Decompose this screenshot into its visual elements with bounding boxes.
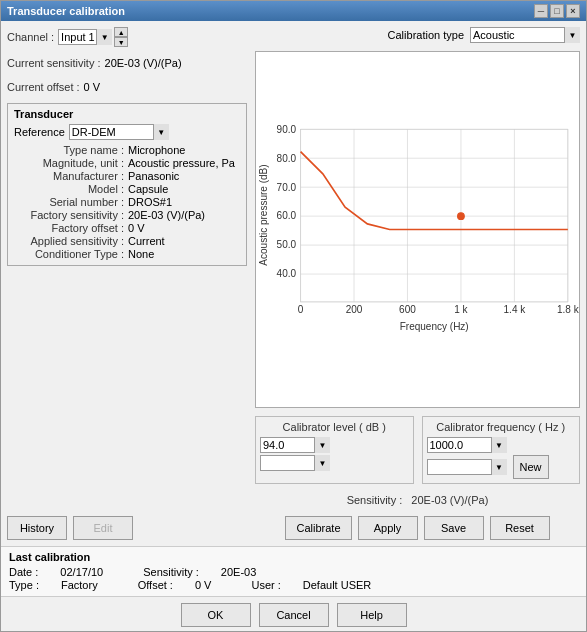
window-title: Transducer calibration <box>7 5 125 17</box>
sensitivity-display-value: 20E-03 (V)/(Pa) <box>411 494 488 506</box>
close-button[interactable]: × <box>566 4 580 18</box>
serial-label: Serial number : <box>14 196 124 208</box>
transducer-calibration-window: Transducer calibration ─ □ × Channel : I… <box>0 0 587 632</box>
svg-text:70.0: 70.0 <box>277 182 297 193</box>
factory-offset-row: Factory offset : 0 V <box>14 222 240 234</box>
type-name-label: Type name : <box>14 144 124 156</box>
current-sensitivity-label: Current sensitivity : <box>7 57 101 69</box>
svg-text:40.0: 40.0 <box>277 268 297 279</box>
history-button[interactable]: History <box>7 516 67 540</box>
last-cal-row-2: Type : Factory Offset : 0 V User : Defau… <box>9 579 578 591</box>
serial-value: DROS#1 <box>128 196 172 208</box>
last-cal-row-1: Date : 02/17/10 Sensitivity : 20E-03 <box>9 566 578 578</box>
sensitivity-display-row: Sensitivity : 20E-03 (V)/(Pa) <box>255 494 580 506</box>
calibrator-freq-select[interactable]: 1000.0 250.0 <box>427 437 507 453</box>
edit-button[interactable]: Edit <box>73 516 133 540</box>
calibrator-level-group: Calibrator level ( dB ) 94.0 114.0 ▼ <box>255 416 414 484</box>
channel-select-wrapper: Input 1 Input 2 Input 3 ▼ <box>58 29 112 45</box>
right-action-buttons: Calibrate Apply Save Reset <box>255 516 580 540</box>
last-cal-sensitivity-value: 20E-03 <box>221 566 256 578</box>
applied-sensitivity-value: Current <box>128 235 165 247</box>
maximize-button[interactable]: □ <box>550 4 564 18</box>
calibration-type-label: Calibration type <box>388 29 464 41</box>
reset-button[interactable]: Reset <box>490 516 550 540</box>
current-sensitivity-row: Current sensitivity : 20E-03 (V)/(Pa) <box>7 53 247 73</box>
type-name-row: Type name : Microphone <box>14 144 240 156</box>
type-name-value: Microphone <box>128 144 185 156</box>
channel-row: Channel : Input 1 Input 2 Input 3 ▼ ▲ ▼ <box>7 27 247 47</box>
transducer-title: Transducer <box>14 108 240 120</box>
last-cal-user-label: User : <box>251 579 280 591</box>
minimize-button[interactable]: ─ <box>534 4 548 18</box>
cancel-button[interactable]: Cancel <box>259 603 329 627</box>
last-calibration-section: Last calibration Date : 02/17/10 Sensiti… <box>1 546 586 596</box>
current-offset-label: Current offset : <box>7 81 80 93</box>
calibrator-freq-sub-select[interactable] <box>427 459 507 475</box>
factory-sensitivity-label: Factory sensitivity : <box>14 209 124 221</box>
transducer-ref-row: Reference DR-DEM ▼ <box>14 124 240 140</box>
applied-sensitivity-row: Applied sensitivity : Current <box>14 235 240 247</box>
calibration-type-row: Calibration type Acoustic Electrical ▼ <box>255 27 580 43</box>
calibrator-freq-label: Calibrator frequency ( Hz ) <box>427 421 576 433</box>
channel-select[interactable]: Input 1 Input 2 Input 3 <box>58 29 112 45</box>
calibrator-level-sub-row: ▼ <box>260 455 409 471</box>
last-cal-offset-value: 0 V <box>195 579 212 591</box>
calibrator-freq-select-wrapper: 1000.0 250.0 ▼ <box>427 437 507 453</box>
factory-offset-value: 0 V <box>128 222 145 234</box>
new-button[interactable]: New <box>513 455 549 479</box>
calibrator-level-select[interactable]: 94.0 114.0 <box>260 437 330 453</box>
calibrator-freq-sub-row: ▼ New <box>427 455 576 479</box>
apply-button[interactable]: Apply <box>358 516 418 540</box>
sensitivity-display-label: Sensitivity : <box>347 494 403 506</box>
current-offset-value: 0 V <box>84 81 101 93</box>
channel-spin-down[interactable]: ▼ <box>114 37 128 47</box>
last-calibration-title: Last calibration <box>9 551 578 563</box>
svg-text:50.0: 50.0 <box>277 239 297 250</box>
factory-offset-label: Factory offset : <box>14 222 124 234</box>
calibration-chart: 90.0 80.0 70.0 60.0 50.0 40.0 0 200 600 … <box>256 52 579 407</box>
svg-text:Frequency (Hz): Frequency (Hz) <box>400 321 469 332</box>
svg-text:80.0: 80.0 <box>277 153 297 164</box>
calibrator-level-sub-select[interactable] <box>260 455 330 471</box>
current-offset-row: Current offset : 0 V <box>7 77 247 97</box>
chart-area: 90.0 80.0 70.0 60.0 50.0 40.0 0 200 600 … <box>255 51 580 408</box>
reference-label: Reference <box>14 126 65 138</box>
svg-text:200: 200 <box>346 304 363 315</box>
manufacturer-value: Panasonic <box>128 170 179 182</box>
help-button[interactable]: Help <box>337 603 407 627</box>
left-panel: Channel : Input 1 Input 2 Input 3 ▼ ▲ ▼ … <box>7 27 247 540</box>
calibrator-level-sub-select-wrapper: ▼ <box>260 455 330 471</box>
ok-button[interactable]: OK <box>181 603 251 627</box>
title-bar-buttons: ─ □ × <box>534 4 580 18</box>
calibrator-row: Calibrator level ( dB ) 94.0 114.0 ▼ <box>255 416 580 484</box>
left-buttons: History Edit <box>7 510 247 540</box>
svg-text:1.4 k: 1.4 k <box>504 304 527 315</box>
model-row: Model : Capsule <box>14 183 240 195</box>
channel-spinner: ▲ ▼ <box>114 27 128 47</box>
calibrate-button[interactable]: Calibrate <box>285 516 351 540</box>
channel-spin-up[interactable]: ▲ <box>114 27 128 37</box>
last-cal-type-label: Type : <box>9 579 39 591</box>
transducer-group: Transducer Reference DR-DEM ▼ Type name … <box>7 103 247 266</box>
serial-row: Serial number : DROS#1 <box>14 196 240 208</box>
svg-rect-1 <box>301 129 568 302</box>
conditioner-value: None <box>128 248 154 260</box>
main-content: Channel : Input 1 Input 2 Input 3 ▼ ▲ ▼ … <box>1 21 586 546</box>
calibrator-freq-sub-select-wrapper: ▼ <box>427 459 507 475</box>
save-button[interactable]: Save <box>424 516 484 540</box>
manufacturer-label: Manufacturer : <box>14 170 124 182</box>
last-cal-date-value: 02/17/10 <box>60 566 103 578</box>
applied-sensitivity-label: Applied sensitivity : <box>14 235 124 247</box>
svg-text:1 k: 1 k <box>454 304 468 315</box>
magnitude-row: Magnitude, unit : Acoustic pressure, Pa <box>14 157 240 169</box>
svg-text:60.0: 60.0 <box>277 210 297 221</box>
calibrator-level-label: Calibrator level ( dB ) <box>260 421 409 433</box>
reference-select[interactable]: DR-DEM <box>69 124 169 140</box>
factory-sensitivity-value: 20E-03 (V)/(Pa) <box>128 209 205 221</box>
last-cal-type-value: Factory <box>61 579 98 591</box>
factory-sensitivity-row: Factory sensitivity : 20E-03 (V)/(Pa) <box>14 209 240 221</box>
calibration-type-select-wrapper: Acoustic Electrical ▼ <box>470 27 580 43</box>
manufacturer-row: Manufacturer : Panasonic <box>14 170 240 182</box>
calibrator-freq-select-row: 1000.0 250.0 ▼ <box>427 437 576 453</box>
calibration-type-select[interactable]: Acoustic Electrical <box>470 27 580 43</box>
